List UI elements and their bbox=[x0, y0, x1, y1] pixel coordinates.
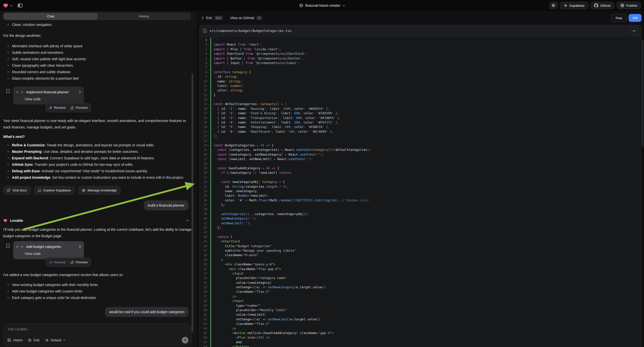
code-brackets-icon: < > bbox=[16, 244, 24, 250]
code-line: 35 limit: Number(newLimit), bbox=[200, 194, 641, 198]
code-line: 68 </Button> bbox=[200, 344, 641, 347]
supabase-button[interactable]: Supabase bbox=[560, 2, 588, 9]
mode-select[interactable]: Default bbox=[45, 338, 66, 342]
code-diff-view[interactable]: 12import React from 'react';3import { Pl… bbox=[200, 36, 641, 347]
exit-button[interactable]: Exit ESC bbox=[202, 16, 223, 20]
chat-history-tabs: Chat History bbox=[3, 12, 191, 20]
message-menu-button[interactable]: ⋯ bbox=[186, 217, 190, 224]
chevron-right-icon bbox=[79, 245, 81, 248]
list-item: Clean, intuitive navigation bbox=[3, 22, 194, 28]
visit-docs-button[interactable]: Visit docs bbox=[3, 186, 30, 194]
code-line: 64 /> bbox=[200, 326, 641, 331]
logo-menu-chevron-icon[interactable] bbox=[10, 5, 13, 6]
code-line: 42 }; bbox=[200, 226, 641, 230]
fold-chevron-icon[interactable]: ⌄ bbox=[207, 102, 210, 106]
code-line: 50 <div className="space-y-6"> bbox=[200, 262, 641, 266]
code-line: 39 setCategories([...categories, newCate… bbox=[200, 212, 641, 216]
code-line: 10 name: string; bbox=[200, 79, 641, 84]
edit-button[interactable]: Edit bbox=[28, 338, 39, 342]
code-line: 54 value={newCategory} bbox=[200, 280, 641, 285]
project-switcher[interactable]: financial-future-creator bbox=[299, 4, 345, 8]
explore-supabase-button[interactable]: Explore Supabase bbox=[34, 186, 75, 194]
preview-button[interactable]: Preview bbox=[70, 259, 88, 266]
attach-label: Attach bbox=[13, 338, 22, 342]
diff-toggle-button[interactable]: Diff bbox=[628, 14, 642, 22]
code-line: 1 bbox=[200, 38, 641, 42]
code-line: 37 }; bbox=[200, 202, 641, 207]
bookmark-icon[interactable] bbox=[6, 244, 10, 248]
attach-button[interactable]: Attach bbox=[7, 338, 22, 342]
code-panel: Exit ESC View on GitHub G Raw Diff src/c… bbox=[197, 11, 644, 347]
bookmark-icon[interactable] bbox=[6, 89, 10, 93]
code-line: 56 className="flex-1" bbox=[200, 290, 641, 294]
code-line: 11 limit: number; bbox=[200, 84, 641, 88]
list-item: Debug with Ease: Activate our experiment… bbox=[3, 168, 194, 174]
chat-input[interactable]: Ask Lovable... bbox=[8, 327, 30, 331]
chat-bubble-icon bbox=[38, 189, 41, 192]
raw-toggle-button[interactable]: Raw bbox=[612, 14, 626, 22]
view-code-link[interactable]: View code bbox=[25, 96, 81, 102]
chat-panel: Chat History Clean, intuitive navigation… bbox=[0, 11, 197, 347]
tab-chat[interactable]: Chat bbox=[4, 13, 97, 20]
next-steps-list: Refine & Customize: Tweak the design, an… bbox=[3, 142, 194, 181]
version-card-title: Add budget categories bbox=[26, 244, 61, 250]
code-line: 8⌄interface Category { bbox=[200, 70, 641, 74]
github-button[interactable]: GitHub bbox=[590, 2, 614, 9]
visit-docs-label: Visit docs bbox=[12, 187, 27, 194]
code-line: 2import React from 'react'; bbox=[200, 42, 641, 47]
restore-button[interactable]: ↺ Restore bbox=[49, 104, 66, 111]
code-line: 29⌄ const handleAddCategory = () => { bbox=[200, 166, 641, 170]
sidebar-toggle-button[interactable] bbox=[16, 2, 24, 9]
g-kbd-badge: G bbox=[256, 16, 262, 20]
code-line: 9 id: string; bbox=[200, 74, 641, 79]
preview-label: Preview bbox=[76, 104, 88, 111]
version-card-implement-financial-planner[interactable]: < > Implement financial planner View cod… bbox=[13, 87, 84, 104]
chevron-down-icon bbox=[63, 340, 66, 341]
collapse-file-button[interactable] bbox=[630, 27, 638, 34]
chat-composer: Ask Lovable... Attach Edit Default ↑ bbox=[3, 323, 192, 346]
send-button[interactable]: ↑ bbox=[182, 337, 188, 344]
code-line: 48 className="h-auto" bbox=[200, 253, 641, 258]
restore-button[interactable]: ↺ Restore bbox=[49, 259, 66, 266]
fold-chevron-icon[interactable]: ⌄ bbox=[207, 70, 210, 74]
code-line: 32⌄ const newCategoryObj: Category = { bbox=[200, 180, 641, 184]
code-line: 33 id: String(categories.length + 1), bbox=[200, 184, 641, 189]
code-line: 5import { Button } from '@/components/ui… bbox=[200, 56, 641, 61]
chat-scrollbar[interactable] bbox=[192, 74, 193, 332]
external-link-icon bbox=[70, 106, 74, 110]
supabase-icon bbox=[564, 4, 567, 8]
tab-history[interactable]: History bbox=[97, 13, 190, 20]
quick-actions-row: Visit docs Explore Supabase Manage knowl… bbox=[3, 186, 194, 194]
publish-globe-icon bbox=[620, 4, 624, 8]
code-line: 30 if (!newCategory || !newLimit) return… bbox=[200, 170, 641, 175]
view-on-github-button[interactable]: View on GitHub G bbox=[230, 16, 262, 20]
fold-chevron-icon[interactable]: ⌄ bbox=[207, 180, 210, 184]
assistant-name: Lovable bbox=[10, 217, 23, 224]
view-code-link[interactable]: View code bbox=[25, 250, 81, 257]
file-path-bar[interactable]: src/components/budget/BudgetCategories.t… bbox=[200, 25, 641, 36]
fold-chevron-icon[interactable]: ⌄ bbox=[207, 166, 210, 170]
settings-button[interactable]: ⚙ bbox=[549, 2, 558, 9]
chat-scroll-area[interactable]: Clean, intuitive navigation For the desi… bbox=[0, 21, 197, 322]
version-card-add-budget-categories[interactable]: < > Add budget categories View code bbox=[13, 241, 84, 259]
user-message: build a financial planner bbox=[144, 200, 188, 210]
code-scrollbar[interactable] bbox=[642, 40, 643, 146]
project-name: financial-future-creator bbox=[305, 4, 340, 8]
manage-knowledge-button[interactable]: Manage knowledge bbox=[78, 186, 120, 194]
view-on-github-label: View on GitHub bbox=[230, 16, 254, 20]
code-line: 47 subtitle="Manage your spending limits… bbox=[200, 248, 641, 253]
code-line: 14 bbox=[200, 97, 641, 102]
restore-label: Restore bbox=[54, 259, 66, 266]
fold-chevron-icon[interactable]: ⌄ bbox=[207, 143, 210, 148]
preview-button[interactable]: Preview bbox=[70, 104, 88, 111]
mode-label: Default bbox=[51, 338, 62, 342]
publish-button[interactable]: Publish bbox=[616, 2, 641, 9]
version-card-title: Implement financial planner bbox=[26, 89, 69, 95]
list-item: Expand with Backend: Connect Supabase to… bbox=[3, 155, 194, 161]
target-icon bbox=[28, 338, 32, 342]
top-bar: financial-future-creator ⚙ Supabase GitH… bbox=[0, 0, 644, 11]
code-line: 15⌄const defaultCategories: Category[] =… bbox=[200, 102, 641, 106]
lovable-logo-icon[interactable] bbox=[3, 3, 8, 8]
code-line: 52 <Input bbox=[200, 271, 641, 276]
globe-icon bbox=[299, 4, 303, 8]
